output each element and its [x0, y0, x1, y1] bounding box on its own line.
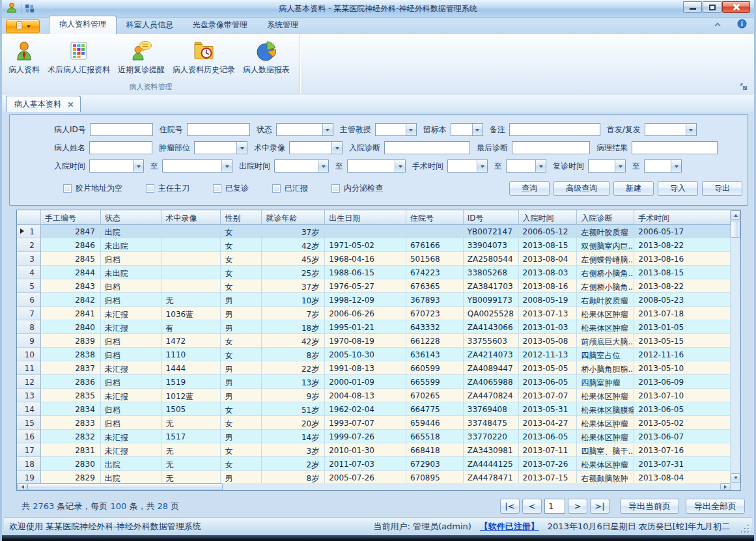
- collapse-ribbon-icon[interactable]: [714, 20, 721, 29]
- pager-first-button[interactable]: |<: [500, 499, 520, 514]
- maximize-button[interactable]: [703, 1, 721, 13]
- table-row[interactable]: 132835未汇报1012蓝男9岁2004-08-13670265ZA44708…: [17, 389, 731, 402]
- horizontal-scroll-thumb[interactable]: [27, 483, 223, 490]
- row-selector[interactable]: 2: [17, 238, 41, 252]
- chevron-down-icon[interactable]: [322, 124, 333, 135]
- combo-field[interactable]: [451, 123, 483, 136]
- row-selector[interactable]: 7: [17, 307, 41, 320]
- chevron-down-icon[interactable]: [318, 160, 328, 172]
- input-field[interactable]: [509, 123, 600, 136]
- row-selector[interactable]: 17: [17, 443, 41, 457]
- dialog-launcher-icon[interactable]: [740, 83, 748, 91]
- ribbon-tab-4[interactable]: 系统管理: [257, 17, 308, 34]
- table-row[interactable]: 102838归档1110女8岁2005-10-30636143ZA4214073…: [17, 348, 731, 361]
- resize-grip[interactable]: [740, 524, 749, 533]
- combo-field[interactable]: [274, 160, 329, 173]
- column-header[interactable]: 入院时间: [519, 210, 578, 225]
- row-selector[interactable]: 4: [17, 266, 41, 279]
- row-selector[interactable]: 8: [17, 320, 41, 334]
- input-field[interactable]: [89, 141, 152, 154]
- scroll-left-button[interactable]: [17, 483, 27, 490]
- column-header[interactable]: 术中录像: [162, 210, 221, 225]
- combo-field[interactable]: [276, 123, 333, 136]
- combo-field[interactable]: [375, 123, 417, 136]
- export-all-pages-button[interactable]: 导出全部页: [686, 499, 745, 514]
- row-selector[interactable]: 9: [17, 334, 41, 348]
- ribbon-tab-2[interactable]: 科室人员信息: [117, 17, 183, 34]
- combo-field[interactable]: [588, 160, 626, 173]
- postop-report-button[interactable]: 术后病人汇报资料: [44, 37, 114, 78]
- table-row[interactable]: 142834归档1505女51岁1962-02-0466477533769408…: [17, 402, 731, 416]
- data-report-button[interactable]: 病人数据报表: [239, 37, 294, 78]
- scroll-up-button[interactable]: [731, 210, 740, 220]
- chevron-down-icon[interactable]: [472, 124, 483, 135]
- filter-checkbox-3[interactable]: 已复诊: [213, 183, 249, 194]
- table-row[interactable]: 52843归档女37岁1976-05-27676365ZA38417032013…: [17, 279, 731, 293]
- table-row[interactable]: 172831未汇报无女3岁2010-01-30668418ZA343098120…: [17, 443, 731, 457]
- column-header[interactable]: ID号: [464, 210, 519, 225]
- export-current-page-button[interactable]: 导出当前页: [620, 499, 679, 514]
- table-row[interactable]: 182830出院无女2岁2011-07-03672903ZA4444125201…: [17, 457, 731, 471]
- chevron-down-icon[interactable]: [406, 124, 416, 135]
- column-header[interactable]: 状态: [101, 210, 162, 225]
- input-field[interactable]: [90, 123, 153, 136]
- chevron-down-icon[interactable]: [535, 160, 546, 172]
- column-header[interactable]: 就诊年龄: [262, 210, 325, 225]
- column-header[interactable]: 出生日期: [325, 210, 406, 225]
- input-field[interactable]: [512, 141, 590, 154]
- new-button[interactable]: 新建: [613, 181, 654, 196]
- column-header[interactable]: 住院号: [406, 210, 464, 225]
- row-selector[interactable]: 12: [17, 375, 41, 389]
- filter-checkbox-4[interactable]: 已汇报: [272, 183, 308, 194]
- combo-field[interactable]: [194, 141, 247, 154]
- query-button[interactable]: 查询: [509, 181, 550, 196]
- table-row[interactable]: 82840未汇报有男18岁1995-01-21643332ZA414306620…: [17, 320, 731, 334]
- row-selector[interactable]: 14: [17, 402, 41, 416]
- row-selector[interactable]: 10: [17, 348, 41, 361]
- combo-field[interactable]: [347, 160, 406, 173]
- chevron-down-icon[interactable]: [395, 160, 405, 172]
- checkbox-box[interactable]: [272, 184, 281, 193]
- combo-field[interactable]: [289, 141, 343, 154]
- chevron-down-icon[interactable]: [133, 160, 143, 172]
- table-row[interactable]: 152833归档无女20岁1993-07-0765944633748475201…: [17, 416, 731, 430]
- pager-last-button[interactable]: >|: [590, 499, 609, 514]
- page-number-input[interactable]: [544, 499, 565, 514]
- combo-field[interactable]: [447, 160, 488, 173]
- pager-next-button[interactable]: >: [568, 499, 587, 514]
- filter-checkbox-5[interactable]: 内分泌检查: [331, 183, 383, 194]
- checkbox-box[interactable]: [63, 184, 72, 193]
- row-selector[interactable]: 6: [17, 293, 41, 307]
- table-row[interactable]: 42844未出院女25岁1988-06-15674223338052682013…: [17, 266, 731, 279]
- about-info-icon[interactable]: [737, 19, 747, 31]
- chevron-down-icon[interactable]: [221, 160, 232, 172]
- table-row[interactable]: 92839归档1472女42岁1970-08-19661228337556032…: [17, 334, 731, 348]
- combo-field[interactable]: [644, 160, 682, 173]
- table-row[interactable]: 112837未汇报1444男22岁1991-08-13660599ZA40894…: [17, 361, 731, 375]
- close-button[interactable]: [722, 1, 750, 13]
- table-row[interactable]: 162832未汇报1517男14岁1999-07-266655183377022…: [17, 430, 731, 443]
- checkbox-box[interactable]: [146, 184, 154, 193]
- pager-prev-button[interactable]: <: [522, 499, 542, 514]
- checkbox-box[interactable]: [331, 184, 340, 193]
- ribbon-tab-3[interactable]: 光盘录像带管理: [183, 17, 257, 34]
- chevron-down-icon[interactable]: [236, 142, 247, 154]
- horizontal-scrollbar[interactable]: [17, 483, 731, 490]
- registered-link[interactable]: 【软件已注册】: [480, 521, 539, 533]
- ribbon-tab-1[interactable]: 病人资料管理: [49, 16, 117, 34]
- row-selector[interactable]: 19: [17, 471, 41, 483]
- chevron-down-icon[interactable]: [331, 142, 342, 154]
- row-selector[interactable]: 3: [17, 252, 41, 266]
- input-field[interactable]: [384, 141, 470, 154]
- close-tab-icon[interactable]: [68, 102, 74, 107]
- filter-checkbox-2[interactable]: 主任主刀: [146, 183, 189, 194]
- input-field[interactable]: [187, 123, 250, 136]
- patient-button[interactable]: 病人资料: [5, 37, 44, 78]
- chevron-down-icon[interactable]: [477, 160, 487, 172]
- checkbox-box[interactable]: [213, 184, 221, 193]
- combo-field[interactable]: [645, 123, 697, 136]
- table-row[interactable]: 192829出院无男8岁2005-07-26670895ZA4478471201…: [17, 471, 731, 483]
- table-row[interactable]: 62842归档无男10岁1998-12-09367893YB0099173200…: [17, 293, 731, 307]
- row-selector[interactable]: 5: [17, 279, 41, 293]
- minimize-button[interactable]: [683, 1, 702, 13]
